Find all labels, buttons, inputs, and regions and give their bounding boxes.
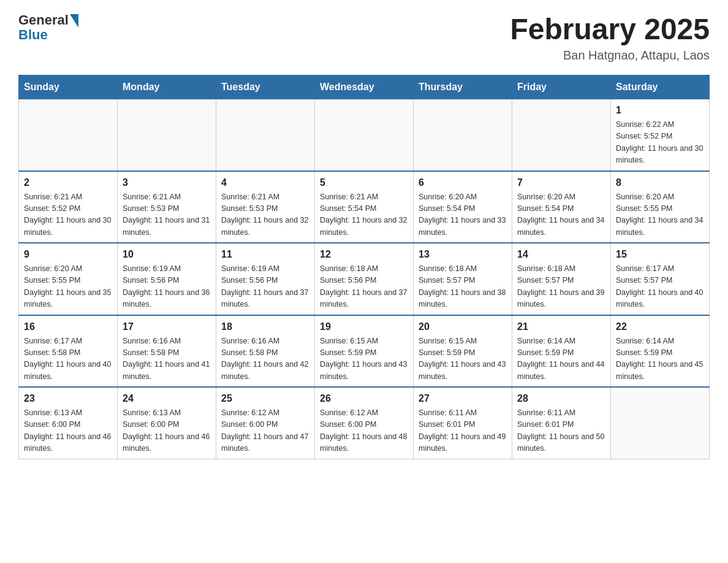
- day-header-monday: Monday: [118, 75, 216, 99]
- calendar-day-cell: [216, 99, 315, 171]
- calendar-week-row: 9Sunrise: 6:20 AMSunset: 5:55 PMDaylight…: [19, 243, 710, 315]
- calendar-day-cell: 5Sunrise: 6:21 AMSunset: 5:54 PMDaylight…: [315, 171, 414, 243]
- logo-general-text: General: [18, 12, 69, 28]
- day-number: 10: [123, 247, 211, 262]
- day-number: 20: [419, 320, 507, 334]
- day-number: 1: [616, 103, 704, 118]
- calendar-day-cell: 11Sunrise: 6:19 AMSunset: 5:56 PMDayligh…: [216, 243, 315, 315]
- day-number: 18: [221, 320, 309, 334]
- day-sun-info: Sunrise: 6:16 AMSunset: 5:58 PMDaylight:…: [123, 335, 211, 383]
- calendar-day-cell: 2Sunrise: 6:21 AMSunset: 5:52 PMDaylight…: [19, 171, 118, 243]
- day-sun-info: Sunrise: 6:13 AMSunset: 6:00 PMDaylight:…: [123, 407, 211, 455]
- day-header-saturday: Saturday: [611, 75, 710, 99]
- calendar-day-cell: 4Sunrise: 6:21 AMSunset: 5:53 PMDaylight…: [216, 171, 315, 243]
- day-sun-info: Sunrise: 6:19 AMSunset: 5:56 PMDaylight:…: [221, 263, 309, 311]
- calendar-day-cell: 27Sunrise: 6:11 AMSunset: 6:01 PMDayligh…: [414, 387, 512, 459]
- calendar-day-cell: 22Sunrise: 6:14 AMSunset: 5:59 PMDayligh…: [611, 315, 710, 388]
- page-header: General Blue February 2025 Ban Hatgnao, …: [18, 12, 710, 63]
- calendar-day-cell: [315, 99, 414, 171]
- day-sun-info: Sunrise: 6:20 AMSunset: 5:55 PMDaylight:…: [24, 263, 112, 311]
- calendar-day-cell: 16Sunrise: 6:17 AMSunset: 5:58 PMDayligh…: [19, 315, 118, 388]
- calendar-day-cell: 25Sunrise: 6:12 AMSunset: 6:00 PMDayligh…: [216, 387, 315, 459]
- calendar-week-row: 1Sunrise: 6:22 AMSunset: 5:52 PMDaylight…: [19, 99, 710, 171]
- calendar-title: February 2025: [510, 12, 710, 46]
- calendar-day-cell: 19Sunrise: 6:15 AMSunset: 5:59 PMDayligh…: [315, 315, 414, 388]
- day-number: 8: [616, 175, 704, 190]
- day-sun-info: Sunrise: 6:16 AMSunset: 5:58 PMDaylight:…: [221, 335, 309, 383]
- day-sun-info: Sunrise: 6:12 AMSunset: 6:00 PMDaylight:…: [320, 407, 408, 455]
- day-number: 4: [221, 175, 309, 190]
- calendar-day-cell: [512, 99, 611, 171]
- day-sun-info: Sunrise: 6:18 AMSunset: 5:57 PMDaylight:…: [517, 263, 605, 311]
- logo-arrow-icon: [70, 14, 78, 28]
- calendar-day-cell: 3Sunrise: 6:21 AMSunset: 5:53 PMDaylight…: [118, 171, 216, 243]
- calendar-day-cell: 12Sunrise: 6:18 AMSunset: 5:56 PMDayligh…: [315, 243, 414, 315]
- calendar-day-cell: 23Sunrise: 6:13 AMSunset: 6:00 PMDayligh…: [19, 387, 118, 459]
- calendar-day-cell: 21Sunrise: 6:14 AMSunset: 5:59 PMDayligh…: [512, 315, 611, 388]
- day-sun-info: Sunrise: 6:20 AMSunset: 5:55 PMDaylight:…: [616, 191, 704, 239]
- day-number: 25: [221, 391, 309, 406]
- day-header-thursday: Thursday: [414, 75, 512, 99]
- day-number: 2: [24, 175, 112, 190]
- calendar-day-cell: 6Sunrise: 6:20 AMSunset: 5:54 PMDaylight…: [414, 171, 512, 243]
- day-sun-info: Sunrise: 6:21 AMSunset: 5:52 PMDaylight:…: [24, 191, 112, 239]
- day-sun-info: Sunrise: 6:17 AMSunset: 5:58 PMDaylight:…: [24, 335, 112, 383]
- day-number: 26: [320, 391, 408, 406]
- title-section: February 2025 Ban Hatgnao, Attapu, Laos: [510, 12, 710, 63]
- calendar-day-cell: 8Sunrise: 6:20 AMSunset: 5:55 PMDaylight…: [611, 171, 710, 243]
- calendar-week-row: 2Sunrise: 6:21 AMSunset: 5:52 PMDaylight…: [19, 171, 710, 243]
- calendar-day-cell: 24Sunrise: 6:13 AMSunset: 6:00 PMDayligh…: [118, 387, 216, 459]
- day-number: 7: [517, 175, 605, 190]
- calendar-day-cell: 13Sunrise: 6:18 AMSunset: 5:57 PMDayligh…: [414, 243, 512, 315]
- logo-blue-text: Blue: [18, 27, 48, 43]
- day-sun-info: Sunrise: 6:17 AMSunset: 5:57 PMDaylight:…: [616, 263, 704, 311]
- calendar-day-cell: 17Sunrise: 6:16 AMSunset: 5:58 PMDayligh…: [118, 315, 216, 388]
- day-number: 23: [24, 391, 112, 406]
- location-subtitle: Ban Hatgnao, Attapu, Laos: [510, 48, 710, 63]
- calendar-day-cell: 10Sunrise: 6:19 AMSunset: 5:56 PMDayligh…: [118, 243, 216, 315]
- day-number: 21: [517, 320, 605, 334]
- calendar-day-cell: 7Sunrise: 6:20 AMSunset: 5:54 PMDaylight…: [512, 171, 611, 243]
- day-number: 24: [123, 391, 211, 406]
- day-sun-info: Sunrise: 6:15 AMSunset: 5:59 PMDaylight:…: [320, 335, 408, 383]
- day-number: 11: [221, 247, 309, 262]
- calendar-day-cell: [414, 99, 512, 171]
- day-sun-info: Sunrise: 6:20 AMSunset: 5:54 PMDaylight:…: [419, 191, 507, 239]
- day-number: 22: [616, 320, 704, 334]
- day-number: 5: [320, 175, 408, 190]
- day-number: 27: [419, 391, 507, 406]
- day-sun-info: Sunrise: 6:12 AMSunset: 6:00 PMDaylight:…: [221, 407, 309, 455]
- day-sun-info: Sunrise: 6:11 AMSunset: 6:01 PMDaylight:…: [517, 407, 605, 455]
- day-sun-info: Sunrise: 6:11 AMSunset: 6:01 PMDaylight:…: [419, 407, 507, 455]
- day-sun-info: Sunrise: 6:22 AMSunset: 5:52 PMDaylight:…: [616, 119, 704, 167]
- day-sun-info: Sunrise: 6:14 AMSunset: 5:59 PMDaylight:…: [616, 335, 704, 383]
- calendar-day-cell: [611, 387, 710, 459]
- day-number: 15: [616, 247, 704, 262]
- calendar-day-cell: 15Sunrise: 6:17 AMSunset: 5:57 PMDayligh…: [611, 243, 710, 315]
- day-number: 9: [24, 247, 112, 262]
- day-sun-info: Sunrise: 6:21 AMSunset: 5:53 PMDaylight:…: [123, 191, 211, 239]
- calendar-day-cell: 9Sunrise: 6:20 AMSunset: 5:55 PMDaylight…: [19, 243, 118, 315]
- calendar-day-cell: 28Sunrise: 6:11 AMSunset: 6:01 PMDayligh…: [512, 387, 611, 459]
- day-header-friday: Friday: [512, 75, 611, 99]
- day-sun-info: Sunrise: 6:18 AMSunset: 5:57 PMDaylight:…: [419, 263, 507, 311]
- day-number: 13: [419, 247, 507, 262]
- day-number: 6: [419, 175, 507, 190]
- calendar-week-row: 23Sunrise: 6:13 AMSunset: 6:00 PMDayligh…: [19, 387, 710, 459]
- day-sun-info: Sunrise: 6:21 AMSunset: 5:53 PMDaylight:…: [221, 191, 309, 239]
- day-number: 17: [123, 320, 211, 334]
- day-sun-info: Sunrise: 6:21 AMSunset: 5:54 PMDaylight:…: [320, 191, 408, 239]
- day-number: 12: [320, 247, 408, 262]
- day-header-tuesday: Tuesday: [216, 75, 315, 99]
- calendar-day-cell: 20Sunrise: 6:15 AMSunset: 5:59 PMDayligh…: [414, 315, 512, 388]
- day-number: 28: [517, 391, 605, 406]
- day-header-wednesday: Wednesday: [315, 75, 414, 99]
- calendar-day-cell: 14Sunrise: 6:18 AMSunset: 5:57 PMDayligh…: [512, 243, 611, 315]
- calendar-day-cell: 1Sunrise: 6:22 AMSunset: 5:52 PMDaylight…: [611, 99, 710, 171]
- day-sun-info: Sunrise: 6:19 AMSunset: 5:56 PMDaylight:…: [123, 263, 211, 311]
- calendar-table: SundayMondayTuesdayWednesdayThursdayFrid…: [18, 75, 710, 459]
- day-header-sunday: Sunday: [19, 75, 118, 99]
- logo: General Blue: [18, 12, 78, 43]
- day-sun-info: Sunrise: 6:18 AMSunset: 5:56 PMDaylight:…: [320, 263, 408, 311]
- calendar-week-row: 16Sunrise: 6:17 AMSunset: 5:58 PMDayligh…: [19, 315, 710, 388]
